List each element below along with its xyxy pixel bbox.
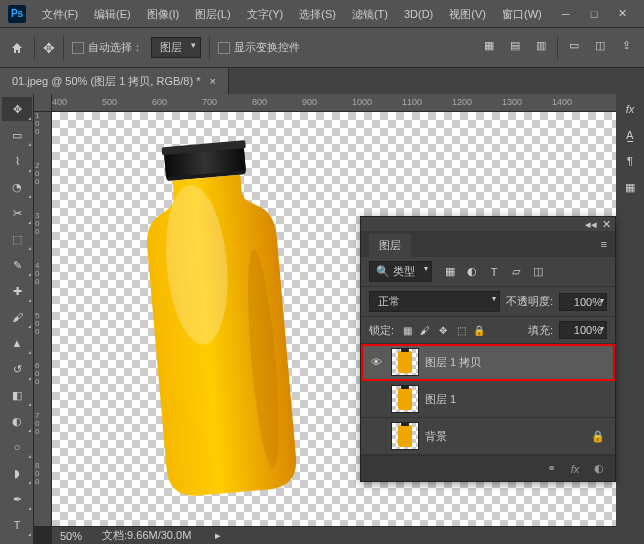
panel-collapse-icon[interactable]: ◂◂ <box>585 218 597 231</box>
document-tab[interactable]: 01.jpeg @ 50% (图层 1 拷贝, RGB/8) * × <box>0 68 229 94</box>
menu-编辑e[interactable]: 编辑(E) <box>86 0 139 28</box>
minimize-button[interactable]: ─ <box>552 3 580 25</box>
options-bar: ✥ 自动选择： 图层 显示变换控件 ▦ ▤ ▥ ▭ ◫ ⇪ <box>0 28 644 68</box>
fill-input[interactable]: 100% <box>559 321 607 339</box>
menu-滤镜t[interactable]: 滤镜(T) <box>344 0 396 28</box>
layer-thumbnail <box>391 422 419 450</box>
lock-all-icon[interactable]: 🔒 <box>472 323 486 337</box>
eraser-tool[interactable]: ◧ <box>2 383 32 407</box>
zoom-level[interactable]: 50% <box>60 530 82 542</box>
frame-tool[interactable]: ⬚ <box>2 227 32 251</box>
layer-row[interactable]: 👁图层 1 拷贝 <box>361 344 615 381</box>
layer-row[interactable]: 背景🔒 <box>361 418 615 455</box>
visibility-toggle[interactable] <box>367 427 385 445</box>
filter-pixel-icon[interactable]: ▦ <box>442 264 458 280</box>
layer-name[interactable]: 背景 <box>425 429 591 444</box>
layers-panel: ◂◂ ✕ 图层 ≡ 🔍 类型 ▦ ◐ T ▱ ◫ 正常 不透明度: 100% 锁… <box>360 216 616 482</box>
layer-name[interactable]: 图层 1 <box>425 392 609 407</box>
align-icon-3[interactable]: ▥ <box>531 36 551 56</box>
ruler-vertical: 1 0 02 0 03 0 04 0 05 0 06 0 07 0 08 0 0 <box>34 112 52 526</box>
panel-close-icon[interactable]: ✕ <box>602 218 611 231</box>
close-button[interactable]: ✕ <box>608 3 636 25</box>
link-layers-icon[interactable]: ⚭ <box>543 461 559 477</box>
menu-图像i[interactable]: 图像(I) <box>139 0 187 28</box>
layer-fx-icon[interactable]: fx <box>567 461 583 477</box>
home-icon[interactable] <box>8 39 26 57</box>
healing-tool[interactable]: ✚ <box>2 279 32 303</box>
history-brush-tool[interactable]: ↺ <box>2 357 32 381</box>
eyedropper-tool[interactable]: ✎ <box>2 253 32 277</box>
brush-tool[interactable]: 🖌 <box>2 305 32 329</box>
filter-adjust-icon[interactable]: ◐ <box>464 264 480 280</box>
menu-窗口w[interactable]: 窗口(W) <box>494 0 550 28</box>
stamp-tool[interactable]: ▲ <box>2 331 32 355</box>
lock-pixels-icon[interactable]: 🖌 <box>418 323 432 337</box>
document-tabs: 01.jpeg @ 50% (图层 1 拷贝, RGB/8) * × <box>0 68 644 94</box>
filter-shape-icon[interactable]: ▱ <box>508 264 524 280</box>
share-icon[interactable]: ⇪ <box>616 36 636 56</box>
bottle-image <box>112 132 352 512</box>
titlebar: Ps 文件(F)编辑(E)图像(I)图层(L)文字(Y)选择(S)滤镜(T)3D… <box>0 0 644 28</box>
quick-select-tool[interactable]: ◔ <box>2 175 32 199</box>
visibility-toggle[interactable]: 👁 <box>367 353 385 371</box>
maximize-button[interactable]: □ <box>580 3 608 25</box>
lasso-tool[interactable]: ⌇ <box>2 149 32 173</box>
panel-menu-icon[interactable]: ≡ <box>601 238 607 250</box>
paragraph-panel-icon[interactable]: ¶ <box>619 150 641 172</box>
menu-3dd[interactable]: 3D(D) <box>396 0 441 28</box>
lock-icon: 🔒 <box>591 430 605 443</box>
filter-smart-icon[interactable]: ◫ <box>530 264 546 280</box>
layers-icon[interactable]: ▭ <box>564 36 584 56</box>
lock-position-icon[interactable]: ✥ <box>436 323 450 337</box>
tools-panel: ✥ ▭ ⌇ ◔ ✂ ⬚ ✎ ✚ 🖌 ▲ ↺ ◧ ◐ ○ ◗ ✒ T <box>0 94 34 544</box>
move-tool-icon: ✥ <box>43 40 55 56</box>
show-transform-checkbox[interactable] <box>218 42 230 54</box>
layer-name[interactable]: 图层 1 拷贝 <box>425 355 609 370</box>
menu-选择s[interactable]: 选择(S) <box>291 0 344 28</box>
tab-close-icon[interactable]: × <box>210 75 216 87</box>
layer-thumbnail <box>391 348 419 376</box>
right-dock: fx A̲ ¶ ▦ <box>616 94 644 544</box>
filter-type-select[interactable]: 🔍 类型 <box>369 261 432 282</box>
lock-label: 锁定: <box>369 323 394 338</box>
auto-select-target-dropdown[interactable]: 图层 <box>151 37 201 58</box>
workspaces-icon[interactable]: ◫ <box>590 36 610 56</box>
menu-文件f[interactable]: 文件(F) <box>34 0 86 28</box>
lock-artboard-icon[interactable]: ⬚ <box>454 323 468 337</box>
fx-panel-icon[interactable]: fx <box>619 98 641 120</box>
layer-thumbnail <box>391 385 419 413</box>
menu-视图v[interactable]: 视图(V) <box>441 0 494 28</box>
blend-mode-select[interactable]: 正常 <box>369 291 500 312</box>
align-icon-1[interactable]: ▦ <box>479 36 499 56</box>
type-panel-icon[interactable]: A̲ <box>619 124 641 146</box>
lock-transparent-icon[interactable]: ▦ <box>400 323 414 337</box>
opacity-label: 不透明度: <box>506 294 553 309</box>
filter-type-icon[interactable]: T <box>486 264 502 280</box>
ruler-horizontal: 40050060070080090010001100120013001400 <box>52 94 616 112</box>
visibility-toggle[interactable] <box>367 390 385 408</box>
layers-tab[interactable]: 图层 <box>369 234 411 257</box>
layer-row[interactable]: 图层 1 <box>361 381 615 418</box>
fill-label: 填充: <box>528 323 553 338</box>
layers-footer: ⚭ fx ◐ <box>361 455 615 481</box>
layer-mask-icon[interactable]: ◐ <box>591 461 607 477</box>
marquee-tool[interactable]: ▭ <box>2 123 32 147</box>
pen-tool[interactable]: ✒ <box>2 487 32 511</box>
doc-size: 文档:9.66M/30.0M <box>102 528 191 543</box>
auto-select-label: 自动选择： <box>72 40 143 55</box>
gradient-tool[interactable]: ◐ <box>2 409 32 433</box>
menu-文字y[interactable]: 文字(Y) <box>239 0 292 28</box>
opacity-input[interactable]: 100% <box>559 293 607 311</box>
move-tool[interactable]: ✥ <box>2 97 32 121</box>
menu-图层l[interactable]: 图层(L) <box>187 0 238 28</box>
ps-logo: Ps <box>8 5 26 23</box>
ruler-corner <box>34 94 52 112</box>
crop-tool[interactable]: ✂ <box>2 201 32 225</box>
align-icon-2[interactable]: ▤ <box>505 36 525 56</box>
dodge-tool[interactable]: ◗ <box>2 461 32 485</box>
auto-select-checkbox[interactable] <box>72 42 84 54</box>
window-controls: ─ □ ✕ <box>552 3 636 25</box>
type-tool[interactable]: T <box>2 513 32 537</box>
blur-tool[interactable]: ○ <box>2 435 32 459</box>
swatches-panel-icon[interactable]: ▦ <box>619 176 641 198</box>
